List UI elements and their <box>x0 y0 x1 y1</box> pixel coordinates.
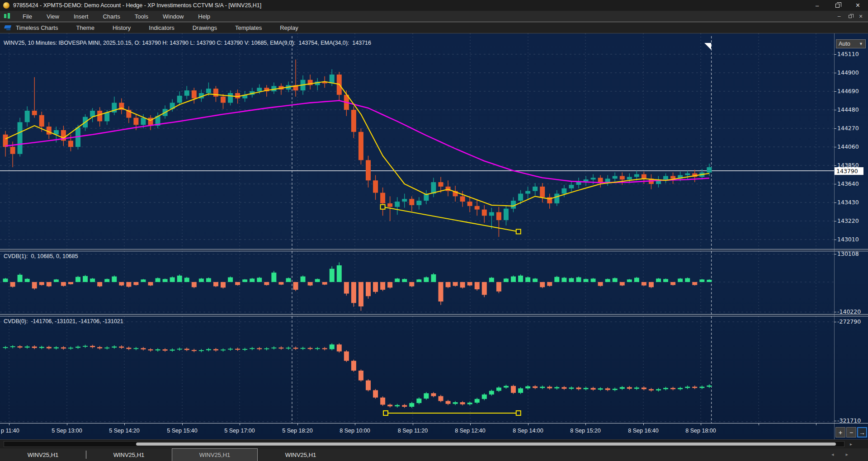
title-bar: 97855424 - XPMT5-DEMO: Demo Account - He… <box>0 0 868 11</box>
chart-scrollbar-track[interactable] <box>4 441 844 447</box>
time-axis-tick <box>240 423 240 425</box>
time-axis-label: p 11:40 <box>1 428 19 434</box>
time-axis-tick <box>528 423 528 425</box>
axis-tick <box>834 240 836 240</box>
time-axis-label: 8 Sep 10:00 <box>340 428 370 434</box>
axis-tick <box>834 110 836 110</box>
toolbar-item-indicators[interactable]: Indicators <box>140 22 183 33</box>
time-axis-tick <box>9 423 9 425</box>
menu-item-charts[interactable]: Charts <box>95 11 127 22</box>
cvdb0-label: CVDB(0): -141706, -131021, -141706, -131… <box>4 318 123 325</box>
close-button[interactable]: × <box>848 0 868 11</box>
toolbar-item-replay[interactable]: Replay <box>271 22 307 33</box>
axis-tick <box>834 128 836 129</box>
price-scale-mode-dropdown[interactable]: Auto ▼ <box>836 39 866 48</box>
auto-label: Auto <box>839 41 850 47</box>
time-axis-label: 5 Sep 13:00 <box>52 428 82 434</box>
time-axis-label: 8 Sep 12:40 <box>455 428 485 434</box>
chart-zoom-controls: + − → <box>835 427 867 437</box>
price-axis-label: 145110 <box>837 51 859 57</box>
go-to-end-button[interactable]: → <box>857 427 867 437</box>
price-axis-label: 144480 <box>837 107 859 113</box>
time-axis-label: 8 Sep 18:00 <box>685 428 716 434</box>
child-restore-button[interactable] <box>844 12 855 21</box>
chart-tab-3[interactable]: WINV25,H1 <box>172 448 258 461</box>
toolbar-item-history[interactable]: History <box>104 22 140 33</box>
price-axis-label: 143640 <box>837 181 859 187</box>
child-window-controls: – × <box>834 11 866 22</box>
current-price-tag: 143790 <box>835 167 863 175</box>
chart-tab-1[interactable]: WINV25,H1 <box>0 448 86 461</box>
toolbar: Timeless ChartsThemeHistoryIndicatorsDra… <box>0 22 868 33</box>
axis-tick <box>834 202 836 203</box>
toolbar-item-theme[interactable]: Theme <box>67 22 103 33</box>
menu-item-help[interactable]: Help <box>191 11 217 22</box>
time-axis-label: 5 Sep 18:20 <box>282 428 312 434</box>
app-logo-icon <box>3 2 9 9</box>
menu-item-tools[interactable]: Tools <box>127 11 156 22</box>
axis-tick <box>834 91 836 92</box>
price-axis-label: 144690 <box>837 88 859 94</box>
time-axis-tick <box>470 423 471 425</box>
chart-scrollbar-thumb[interactable] <box>136 442 836 446</box>
menu-item-window[interactable]: Window <box>156 11 191 22</box>
child-minimize-button[interactable]: – <box>834 12 844 21</box>
time-axis-tick <box>413 423 413 425</box>
time-axis-tick <box>643 423 644 425</box>
time-axis-tick <box>355 423 355 425</box>
main-price-pane[interactable] <box>0 33 834 249</box>
menu-item-file[interactable]: File <box>15 11 39 22</box>
time-axis-label: 5 Sep 17:00 <box>224 428 255 434</box>
cvdb1-label: CVDB(1): 0, 10685, 0, 10685 <box>4 253 78 259</box>
price-axis-label: 144270 <box>837 125 859 132</box>
time-axis-label: 8 Sep 15:20 <box>570 428 600 434</box>
zoom-out-button[interactable]: − <box>846 427 856 437</box>
toolbar-item-templates[interactable]: Templates <box>226 22 271 33</box>
axis-tick <box>834 254 836 254</box>
axis-tick <box>834 221 836 221</box>
window-title: 97855424 - XPMT5-DEMO: Demo Account - He… <box>13 2 261 9</box>
price-axis-label: 143010 <box>837 236 859 243</box>
menu-bar: FileViewInsertChartsToolsWindowHelp – × <box>0 11 868 22</box>
time-axis[interactable]: p 11:405 Sep 13:005 Sep 14:205 Sep 15:40… <box>0 423 868 439</box>
price-axis-label: 143430 <box>837 199 859 206</box>
time-axis-label: 8 Sep 16:40 <box>628 428 658 434</box>
application-window: 97855424 - XPMT5-DEMO: Demo Account - He… <box>0 0 868 461</box>
toolbar-item-timeless-charts[interactable]: Timeless Charts <box>15 22 67 33</box>
chevron-down-icon: ▼ <box>859 42 863 46</box>
axis-tick <box>834 73 836 73</box>
time-axis-tick <box>297 423 298 425</box>
time-axis-tick <box>182 423 183 425</box>
cvdb0-indicator-pane[interactable] <box>0 316 834 423</box>
restore-button[interactable] <box>827 0 848 11</box>
menu-item-view[interactable]: View <box>39 11 66 22</box>
price-axis-label: 144060 <box>837 144 859 150</box>
scroll-right-icon[interactable]: ▸ <box>850 442 852 447</box>
menu-item-insert[interactable]: Insert <box>66 11 96 22</box>
time-axis-tick <box>759 423 759 425</box>
time-axis-label: 8 Sep 11:20 <box>398 428 428 434</box>
price-axis-label: 144900 <box>837 70 859 76</box>
price-axis-label: 143220 <box>837 218 859 224</box>
time-axis-label: 5 Sep 14:20 <box>109 428 139 434</box>
minimize-button[interactable]: – <box>807 0 827 11</box>
cvdb1-indicator-pane[interactable] <box>0 251 834 314</box>
price-axis-label: 130108 <box>837 251 859 257</box>
time-axis-tick <box>67 423 67 425</box>
axis-tick <box>834 184 836 184</box>
axis-tick <box>834 54 836 55</box>
chart-scrollbar-row: ◂ ▸ <box>0 439 868 448</box>
chart-tab-2[interactable]: WINV25,H1 <box>86 448 172 461</box>
tab-scroll-arrows[interactable]: ◂▸ <box>831 452 860 457</box>
chart-shift-marker[interactable] <box>704 43 711 50</box>
axis-tick <box>834 421 836 421</box>
timeless-charts-icon <box>4 25 12 31</box>
toolbar-item-drawings[interactable]: Drawings <box>184 22 226 33</box>
chart-tab-4[interactable]: WINV25,H1 <box>258 448 344 461</box>
child-close-button[interactable]: × <box>855 12 866 21</box>
chart-candles-icon <box>4 13 11 19</box>
axis-tick <box>834 322 836 322</box>
axis-tick <box>834 147 836 147</box>
ohlc-info-line: WINV25, 10 Minutes: IBOVESPA MINI, 2025.… <box>4 40 371 46</box>
zoom-in-button[interactable]: + <box>835 427 845 437</box>
